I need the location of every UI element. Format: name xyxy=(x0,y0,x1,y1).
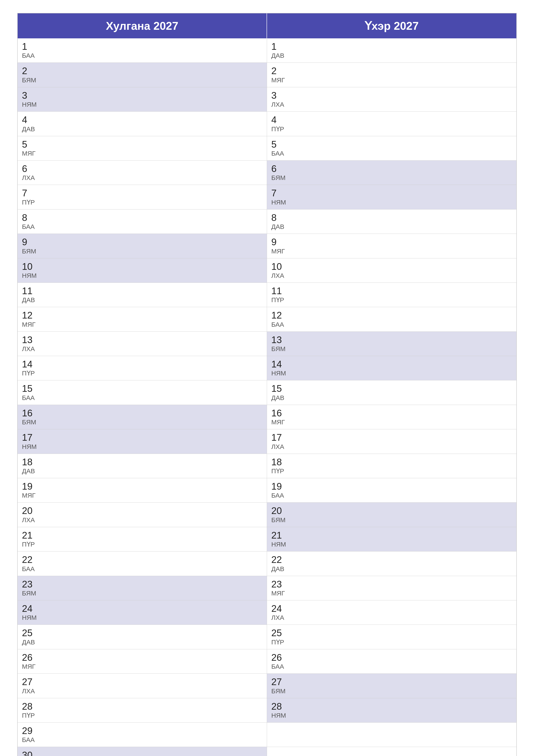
day-number: 20 xyxy=(22,505,263,516)
left-day-18: 18ДАВ xyxy=(18,454,267,478)
right-day-16: 16МЯГ xyxy=(267,405,516,429)
day-number: 25 xyxy=(22,628,263,638)
left-day-22: 22БАА xyxy=(18,552,267,576)
day-number: 17 xyxy=(271,432,512,443)
left-month-title: Хулгана 2027 xyxy=(106,20,178,32)
day-number: 30 xyxy=(22,750,263,756)
day-number: 11 xyxy=(22,286,263,296)
day-number: 24 xyxy=(22,604,263,614)
left-day-25: 25ДАВ xyxy=(18,625,267,649)
day-number: 12 xyxy=(271,310,512,320)
day-number: 28 xyxy=(271,701,512,712)
left-day-28: 28ПҮР xyxy=(18,698,267,723)
day-number: 8 xyxy=(271,212,512,223)
day-name: ДАВ xyxy=(271,223,512,230)
day-number: 2 xyxy=(22,66,263,76)
day-name: БЯМ xyxy=(271,174,512,182)
day-name: БАА xyxy=(22,565,263,573)
day-number: 9 xyxy=(271,237,512,247)
day-number: 19 xyxy=(271,481,512,492)
day-number: 17 xyxy=(22,432,263,443)
day-name: ЛХА xyxy=(22,687,263,695)
day-name: ЛХА xyxy=(271,101,512,108)
day-name: ПҮР xyxy=(271,296,512,304)
day-number: 4 xyxy=(271,115,512,125)
day-number: 25 xyxy=(271,628,512,638)
day-name: НЯМ xyxy=(22,101,263,108)
right-day-12: 12БАА xyxy=(267,307,516,332)
day-name: БЯМ xyxy=(22,247,263,255)
day-number: 9 xyxy=(22,237,263,247)
day-number: 12 xyxy=(22,310,263,320)
left-day-11: 11ДАВ xyxy=(18,283,267,307)
right-day-14: 14НЯМ xyxy=(267,356,516,380)
left-day-4: 4ДАВ xyxy=(18,112,267,136)
day-number: 6 xyxy=(271,164,512,174)
day-number: 22 xyxy=(271,554,512,565)
day-name: ПҮР xyxy=(22,712,263,719)
calendar-grid: Хулгана 2027 Үхэр 2027 1БАА1ДАВ2БЯМ2МЯГ3… xyxy=(17,13,517,756)
day-name: БЯМ xyxy=(22,418,263,426)
day-name: БЯМ xyxy=(22,589,263,597)
right-day-6: 6БЯМ xyxy=(267,161,516,185)
day-name: МЯГ xyxy=(22,663,263,670)
day-number: 7 xyxy=(22,188,263,198)
day-name: БАА xyxy=(22,223,263,230)
day-number: 5 xyxy=(271,139,512,149)
day-name: БЯМ xyxy=(271,516,512,524)
day-name: БАА xyxy=(271,663,512,670)
day-name: ПҮР xyxy=(271,125,512,133)
day-name: ЛХА xyxy=(271,614,512,622)
day-name: ДАВ xyxy=(22,125,263,133)
right-day-26: 26БАА xyxy=(267,649,516,674)
day-name: НЯМ xyxy=(22,443,263,451)
day-name: ПҮР xyxy=(22,199,263,206)
left-day-16: 16БЯМ xyxy=(18,405,267,429)
day-number: 29 xyxy=(22,726,263,736)
left-day-2: 2БЯМ xyxy=(18,63,267,87)
day-number: 26 xyxy=(271,652,512,663)
left-day-27: 27ЛХА xyxy=(18,674,267,698)
left-day-19: 19МЯГ xyxy=(18,478,267,502)
left-day-30: 30БЯМ xyxy=(18,747,267,756)
day-name: МЯГ xyxy=(22,492,263,499)
day-number: 21 xyxy=(22,530,263,540)
right-day-20: 20БЯМ xyxy=(267,502,516,527)
right-day-4: 4ПҮР xyxy=(267,112,516,136)
day-number: 19 xyxy=(22,481,263,492)
day-name: ЛХА xyxy=(22,516,263,524)
day-number: 14 xyxy=(271,359,512,369)
page: Хулгана 2027 Үхэр 2027 1БАА1ДАВ2БЯМ2МЯГ3… xyxy=(0,0,534,756)
left-day-12: 12МЯГ xyxy=(18,307,267,332)
left-day-15: 15БАА xyxy=(18,380,267,405)
right-day-13: 13БЯМ xyxy=(267,332,516,356)
left-day-6: 6ЛХА xyxy=(18,161,267,185)
day-name: ПҮР xyxy=(22,540,263,548)
day-number: 16 xyxy=(22,408,263,418)
day-number: 16 xyxy=(271,408,512,418)
right-day-9: 9МЯГ xyxy=(267,234,516,258)
day-name: ЛХА xyxy=(271,443,512,451)
left-day-9: 9БЯМ xyxy=(18,234,267,258)
day-name: МЯГ xyxy=(271,247,512,255)
right-day-11: 11ПҮР xyxy=(267,283,516,307)
day-name: ПҮР xyxy=(271,638,512,646)
day-name: БАА xyxy=(271,321,512,328)
right-day-27: 27БЯМ xyxy=(267,674,516,698)
right-day-2: 2МЯГ xyxy=(267,63,516,87)
day-name: ДАВ xyxy=(22,467,263,475)
day-number: 20 xyxy=(271,505,512,516)
day-name: ЛХА xyxy=(22,345,263,353)
day-number: 28 xyxy=(22,701,263,712)
day-number: 23 xyxy=(22,579,263,589)
left-day-24: 24НЯМ xyxy=(18,600,267,625)
day-number: 15 xyxy=(271,383,512,394)
day-number: 15 xyxy=(22,383,263,394)
day-name: ДАВ xyxy=(22,296,263,304)
day-number: 13 xyxy=(271,335,512,345)
right-day-23: 23МЯГ xyxy=(267,576,516,600)
day-number: 10 xyxy=(22,261,263,272)
left-day-23: 23БЯМ xyxy=(18,576,267,600)
day-number: 7 xyxy=(271,188,512,198)
left-day-17: 17НЯМ xyxy=(18,429,267,454)
